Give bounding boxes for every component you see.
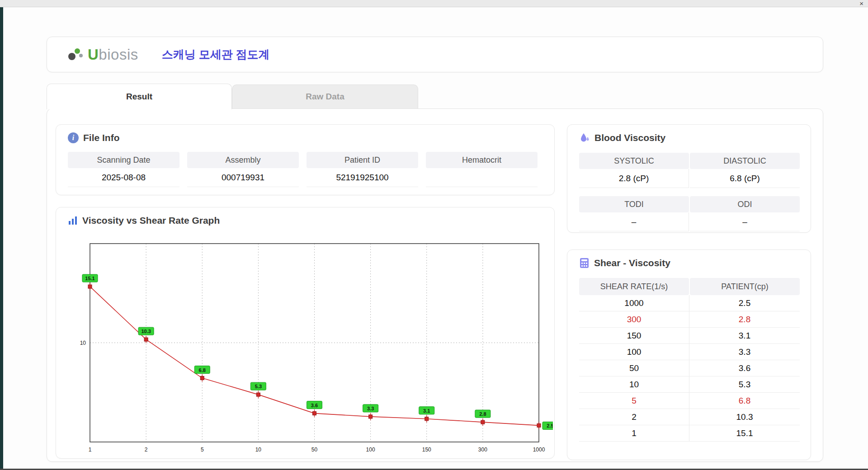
table-row: 1503.1: [579, 328, 800, 344]
patient-column-header: PATIENT(cp): [690, 278, 800, 295]
todi-value: –: [579, 212, 689, 231]
field-value: 2025-08-08: [68, 168, 179, 187]
shear-rate-cell: 100: [579, 344, 689, 360]
page-title: 스캐닝 모세관 점도계: [162, 47, 270, 62]
systolic-label: SYSTOLIC: [579, 153, 689, 169]
shear-viscosity-title: Shear - Viscosity: [594, 258, 670, 268]
svg-text:10.3: 10.3: [141, 329, 151, 334]
svg-text:15.1: 15.1: [85, 276, 94, 281]
shear-rate-cell: 300: [579, 311, 689, 328]
table-row: 1003.3: [579, 344, 800, 360]
blood-viscosity-title: Blood Viscosity: [594, 132, 665, 143]
table-row: 56.8: [579, 393, 800, 409]
app-logo: Ubiosis: [66, 46, 138, 63]
svg-text:5.3: 5.3: [255, 384, 262, 389]
svg-text:3.6: 3.6: [311, 403, 318, 408]
svg-text:1: 1: [89, 446, 92, 453]
tab-result[interactable]: Result: [47, 84, 232, 109]
shear-rate-cell: 1: [579, 425, 689, 442]
table-row: 503.6: [579, 360, 800, 376]
systolic-value: 2.8 (cP): [579, 169, 689, 188]
patient-viscosity-cell: 5.3: [689, 376, 800, 393]
graph-header: Viscosity vs Shear Rate Graph: [56, 207, 554, 226]
shear-table-body: 10002.53002.81503.11003.3503.6105.356.82…: [579, 295, 800, 442]
svg-text:2.5: 2.5: [547, 423, 553, 428]
close-icon[interactable]: ×: [859, 0, 863, 7]
svg-text:5: 5: [201, 446, 204, 453]
bar-chart-icon: [68, 216, 78, 226]
shear-rate-cell: 10: [579, 376, 689, 393]
svg-text:6.8: 6.8: [199, 367, 206, 373]
field-label: Assembly: [187, 152, 299, 168]
patient-viscosity-cell: 2.5: [689, 295, 800, 311]
field-assembly: Assembly 000719931: [187, 152, 299, 187]
diastolic-label: DIASTOLIC: [690, 153, 800, 169]
svg-text:2.8: 2.8: [479, 411, 486, 417]
field-hematocrit: Hematocrit: [426, 152, 538, 187]
table-row: 210.3: [579, 409, 800, 425]
table-row: 3002.8: [579, 311, 800, 328]
shear-rate-cell: 1000: [579, 295, 689, 311]
app-window: × Ubiosis 스캐닝 모세관 점도계 Result Raw Data i …: [0, 0, 868, 470]
patient-viscosity-cell: 10.3: [689, 409, 800, 425]
tab-raw-data-label: Raw Data: [306, 92, 344, 102]
svg-text:10: 10: [255, 446, 262, 453]
table-row: 115.1: [579, 425, 800, 442]
svg-text:300: 300: [478, 446, 487, 453]
blood-viscosity-header: Blood Viscosity: [567, 125, 811, 143]
shear-rate-cell: 150: [579, 328, 689, 344]
shear-rate-cell: 50: [579, 360, 689, 376]
field-scanning-date: Scanning Date 2025-08-08: [68, 152, 179, 187]
logo-rest: biosis: [99, 46, 138, 63]
droplet-icon: [579, 132, 590, 143]
file-info-title: File Info: [83, 132, 120, 143]
shear-rate-column-header: SHEAR RATE(1/s): [579, 278, 689, 295]
shear-rate-cell: 2: [579, 409, 689, 425]
shear-table: SHEAR RATE(1/s) PATIENT(cp) 10002.53002.…: [579, 278, 800, 442]
logo-text: Ubiosis: [88, 46, 138, 63]
field-value: [426, 168, 538, 187]
calculator-icon: [579, 258, 590, 268]
graph-card: Viscosity vs Shear Rate Graph 15.110.36.…: [56, 207, 555, 459]
window-left-edge: [0, 7, 3, 470]
logo-dots-icon: [66, 47, 85, 63]
field-label: Scanning Date: [68, 152, 179, 168]
shear-table-head: SHEAR RATE(1/s) PATIENT(cp): [579, 278, 800, 295]
patient-viscosity-cell: 6.8: [689, 393, 800, 409]
file-info-fields: Scanning Date 2025-08-08 Assembly 000719…: [68, 152, 538, 187]
odi-label: ODI: [690, 196, 800, 212]
window-title-bar: ×: [0, 0, 868, 7]
field-value: 000719931: [187, 168, 299, 187]
shear-rate-cell: 5: [579, 393, 689, 409]
svg-text:50: 50: [311, 446, 318, 453]
odi-value: –: [690, 212, 800, 231]
logo-letter-u: U: [88, 46, 99, 63]
patient-viscosity-cell: 15.1: [689, 425, 800, 442]
blood-viscosity-grid: SYSTOLIC DIASTOLIC 2.8 (cP) 6.8 (cP) TOD…: [579, 153, 800, 231]
patient-viscosity-cell: 3.6: [689, 360, 800, 376]
field-label: Hematocrit: [426, 152, 538, 168]
field-patient-id: Patient ID 52191925100: [307, 152, 418, 187]
svg-text:2: 2: [145, 446, 148, 453]
svg-text:10: 10: [80, 340, 86, 346]
svg-text:1000: 1000: [533, 446, 545, 453]
chart-area: 15.110.36.85.33.63.33.12.82.512510501001…: [63, 235, 553, 457]
file-info-card: i File Info Scanning Date 2025-08-08 Ass…: [56, 124, 555, 195]
table-row: 105.3: [579, 376, 800, 393]
info-icon: i: [68, 132, 79, 143]
file-info-header: i File Info: [56, 125, 554, 143]
shear-viscosity-header: Shear - Viscosity: [567, 250, 811, 268]
svg-text:3.1: 3.1: [423, 408, 430, 414]
patient-viscosity-cell: 2.8: [689, 311, 800, 328]
svg-text:3.3: 3.3: [367, 406, 374, 411]
diastolic-value: 6.8 (cP): [690, 169, 800, 188]
patient-viscosity-cell: 3.1: [689, 328, 800, 344]
svg-text:150: 150: [422, 446, 431, 453]
graph-title: Viscosity vs Shear Rate Graph: [82, 215, 220, 226]
tab-result-label: Result: [126, 92, 152, 102]
field-label: Patient ID: [307, 152, 418, 168]
svg-text:100: 100: [366, 446, 375, 453]
viscosity-chart: 15.110.36.85.33.63.33.12.82.512510501001…: [63, 235, 553, 457]
tab-raw-data[interactable]: Raw Data: [232, 85, 418, 108]
field-value: 52191925100: [307, 168, 418, 187]
